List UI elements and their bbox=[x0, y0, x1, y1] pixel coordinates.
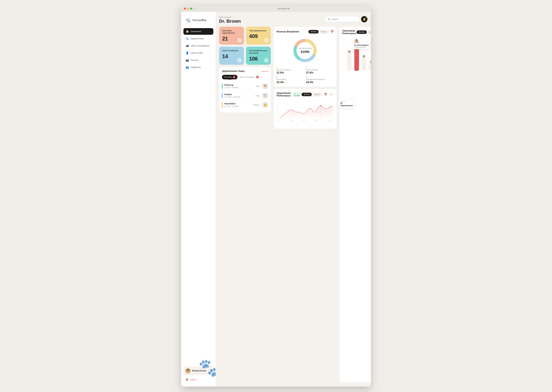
appointment-performance-card: Appointment Performance ↗ 14.53% Monthly… bbox=[274, 89, 336, 129]
avatar-emoji: 👨‍⚕️ bbox=[355, 40, 358, 42]
performance-badge: ↗ 14.53% bbox=[292, 92, 301, 97]
trend-icon: ↗ bbox=[264, 58, 269, 63]
nav-forward-icon[interactable]: › bbox=[196, 7, 197, 10]
avatar: 👨 bbox=[185, 368, 191, 373]
close-button[interactable] bbox=[184, 8, 186, 10]
video-icon: 📹 bbox=[186, 44, 189, 47]
perf-monthly-btn[interactable]: Monthly bbox=[302, 93, 312, 96]
notification-button[interactable]: 🔔 bbox=[361, 16, 367, 22]
legend-item: Vaccinations 22.4% bbox=[276, 76, 304, 84]
stat-card-total: Total Appointments 409 ↗ bbox=[246, 27, 271, 45]
sidebar-item-appointments[interactable]: 🐾 Appointments bbox=[183, 35, 213, 42]
appt-name: Check-up bbox=[224, 84, 254, 86]
search-bar[interactable]: 🔍 bbox=[325, 16, 359, 22]
bar-chart-svg: 40 35 30 25 20 15 10 5 0 bbox=[342, 37, 371, 74]
pet-name: Fido bbox=[256, 85, 260, 87]
perf-weekly-btn[interactable]: Weekly bbox=[312, 93, 322, 96]
legend-label: Routine Checkups bbox=[276, 69, 304, 71]
tab-badge: 3 bbox=[233, 76, 235, 78]
pet-avatar: 🐩 bbox=[262, 93, 268, 98]
donut-chart: Monthly Revenue $109k bbox=[276, 36, 334, 66]
monthly-btn[interactable]: Monthly bbox=[308, 30, 319, 34]
welcome-section: Welcome back Dr. Brown bbox=[219, 16, 241, 24]
legend-bar bbox=[306, 76, 306, 78]
tab-badge: 4 bbox=[256, 76, 259, 78]
sidebar-item-dashboard[interactable]: 🏠 Dashboard bbox=[183, 28, 213, 35]
legend-value: 18.4% bbox=[306, 81, 334, 84]
avatar-emoji: 👩‍⚕️ bbox=[348, 50, 350, 53]
sidebar-item-label: Finance bbox=[191, 59, 198, 61]
sidebar-item-finance[interactable]: 📷 Finance bbox=[183, 57, 213, 63]
svg-text:Sep 30: Sep 30 bbox=[327, 120, 330, 121]
clock-icon: 🕗 bbox=[224, 96, 226, 98]
card-header: Appointments Today View All bbox=[222, 70, 268, 72]
tooltip-name: Dr. Rick Rawlins bbox=[354, 44, 369, 46]
svg-text:10: 10 bbox=[277, 115, 278, 116]
nav-back-icon[interactable]: ‹ bbox=[195, 7, 195, 10]
svg-text:20: 20 bbox=[277, 111, 278, 112]
bar bbox=[369, 63, 371, 71]
legend-label: Vaccinations bbox=[276, 78, 304, 81]
sidebar-item-label: Dashboard bbox=[191, 30, 201, 33]
legend-bar bbox=[306, 66, 306, 69]
stat-label: New Health Records this Month bbox=[249, 49, 268, 54]
sidebar-item-label: Appointments bbox=[191, 37, 204, 40]
sidebar-item-client[interactable]: 👤 Client Profile bbox=[183, 50, 213, 56]
weekly-btn[interactable]: Weekly bbox=[319, 30, 328, 34]
legend-bar bbox=[276, 66, 277, 69]
line-chart-wrapper: 40 30 20 10 0 bbox=[276, 99, 334, 126]
color-bar bbox=[222, 93, 223, 98]
svg-text:Sep 16: Sep 16 bbox=[303, 120, 306, 121]
svg-text:Sep 9: Sep 9 bbox=[291, 120, 293, 121]
avatar-emoji: 👩‍⚕️ bbox=[370, 61, 371, 63]
legend-item: Lab Procedures 27.6% bbox=[306, 66, 334, 74]
list-item: Vaccination 🕗 1:00 - 2:00 PM Rickton 🐈 bbox=[222, 100, 268, 110]
tooltip-date: Sep 27 bbox=[340, 101, 353, 102]
page-header: Welcome back Dr. Brown 🔍 🔔 bbox=[219, 16, 367, 24]
appointment-list: Check-up 🕗 8:00 - 9:00 AM Fido 🐕 bbox=[222, 82, 268, 110]
line-chart-svg: 40 30 20 10 0 bbox=[276, 99, 334, 125]
appt-name: Vaccination bbox=[224, 103, 252, 105]
revenue-card: Revenue Breakdown Monthly Weekly 📅 bbox=[274, 27, 336, 87]
search-input[interactable] bbox=[332, 18, 357, 20]
tab-group: Vet Clinic 3 Video Consultation 4 bbox=[222, 75, 268, 79]
search-icon: 🔍 bbox=[327, 18, 330, 21]
main-content: Welcome back Dr. Brown 🔍 🔔 bbox=[216, 12, 371, 386]
logout-button[interactable]: 🚪 Logout bbox=[183, 377, 213, 382]
tooltip-value: 25 Appointments bbox=[340, 102, 353, 107]
svg-text:35: 35 bbox=[343, 43, 344, 44]
filter-icon[interactable]: ▼ bbox=[329, 92, 334, 97]
svg-text:Sep 23: Sep 23 bbox=[315, 120, 318, 121]
legend-value: 22.4% bbox=[276, 81, 304, 84]
perf-controls: Monthly Weekly 📅 ▼ bbox=[301, 92, 334, 97]
calendar-icon[interactable]: 📅 bbox=[330, 30, 334, 33]
vet-monthly-btn[interactable]: Monthly bbox=[357, 30, 367, 34]
staff-icon: 👥 bbox=[186, 66, 189, 69]
perf-header: Appointment Performance ↗ 14.53% Monthly… bbox=[276, 92, 334, 97]
stat-label: Total Appointments bbox=[249, 29, 268, 32]
legend-label: Lab Procedures bbox=[306, 69, 334, 71]
trend-icon: ↘ bbox=[237, 58, 242, 63]
stats-grid: Upcoming Appointments 21 ↗ Total Appoint… bbox=[219, 27, 271, 65]
tab-vet-clinic[interactable]: Vet Clinic 3 bbox=[222, 75, 238, 79]
vet-weekly-btn[interactable]: Weekly bbox=[367, 30, 371, 34]
right-column: Veterinarian Performance Monthly Weekly … bbox=[339, 27, 371, 382]
svg-text:40: 40 bbox=[343, 39, 344, 41]
perf-title: Appointment Performance bbox=[276, 92, 291, 97]
stat-card-records: New Health Records this Month 106 ↗ bbox=[246, 47, 271, 65]
chart-tooltip: Sep 27 25 Appointments bbox=[338, 99, 355, 108]
maximize-button[interactable] bbox=[190, 8, 192, 10]
sidebar-item-video[interactable]: 📹 Video Consultations bbox=[183, 42, 213, 49]
appt-info: Surgery 🕗 10:00 - 11:00 AM bbox=[224, 93, 254, 98]
minimize-button[interactable] bbox=[187, 8, 189, 10]
svg-text:0: 0 bbox=[343, 70, 343, 71]
tab-video-consultation[interactable]: Video Consultation 4 bbox=[238, 75, 261, 79]
sidebar-item-staff[interactable]: 👥 Staff/Clinic bbox=[183, 64, 213, 71]
svg-text:30: 30 bbox=[343, 47, 344, 49]
calendar-icon[interactable]: 📅 bbox=[323, 92, 328, 97]
legend-item: Spay/Neuter Procedures 18.4% bbox=[306, 76, 334, 84]
legend-value: 27.6% bbox=[306, 71, 334, 74]
url-bar[interactable]: petcarepro.dk bbox=[200, 7, 368, 10]
view-all-link[interactable]: View All bbox=[261, 70, 268, 72]
finance-icon: 📷 bbox=[186, 59, 189, 62]
